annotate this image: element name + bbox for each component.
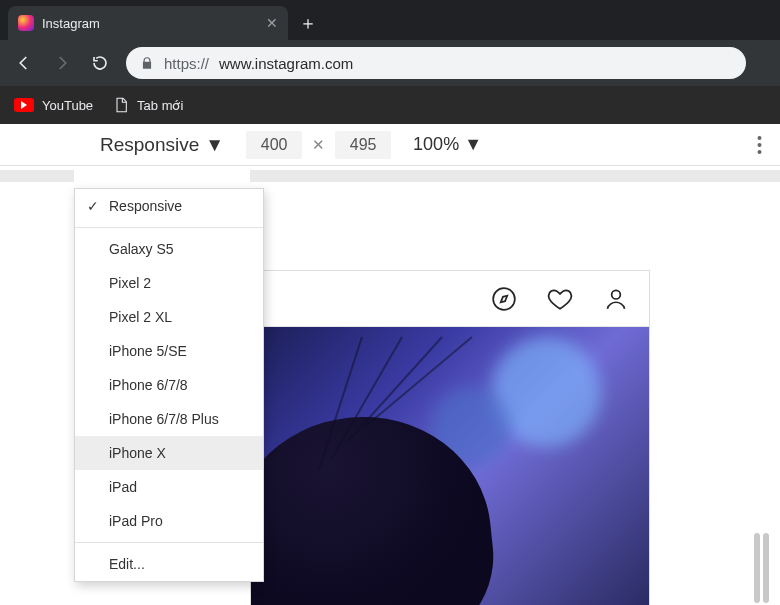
device-frame: [250, 270, 650, 605]
zoom-label: 100%: [413, 134, 459, 155]
device-mode-dropdown: ResponsiveGalaxy S5Pixel 2Pixel 2 XLiPho…: [74, 188, 264, 582]
browser-chrome: Instagram ✕ ＋ https:// www.instagram.com…: [0, 0, 780, 124]
device-option[interactable]: iPhone 6/7/8 Plus: [75, 402, 263, 436]
menu-separator: [75, 227, 263, 228]
height-input[interactable]: [335, 131, 391, 159]
device-dimensions: ✕: [246, 131, 391, 159]
youtube-icon: [14, 98, 34, 112]
browser-tab[interactable]: Instagram ✕: [8, 6, 288, 40]
file-icon: [113, 96, 129, 114]
forward-button[interactable]: [50, 51, 74, 75]
bookmark-youtube[interactable]: YouTube: [14, 98, 93, 113]
instagram-feed-image: [251, 327, 649, 605]
svg-point-0: [758, 136, 762, 140]
instagram-top-nav: [251, 271, 649, 327]
svg-point-1: [758, 143, 762, 147]
device-option[interactable]: iPhone 5/SE: [75, 334, 263, 368]
device-option[interactable]: Pixel 2: [75, 266, 263, 300]
tab-title: Instagram: [42, 16, 258, 31]
device-mode-label: Responsive: [100, 134, 199, 156]
address-bar[interactable]: https:// www.instagram.com: [126, 47, 746, 79]
back-button[interactable]: [12, 51, 36, 75]
device-option[interactable]: iPhone X: [75, 436, 263, 470]
device-option[interactable]: iPad: [75, 470, 263, 504]
menu-separator: [75, 542, 263, 543]
url-host: www.instagram.com: [219, 55, 353, 72]
times-icon: ✕: [312, 136, 325, 154]
svg-point-3: [493, 288, 515, 310]
more-options-button[interactable]: [757, 135, 762, 155]
url-protocol: https://: [164, 55, 209, 72]
chevron-down-icon: ▼: [205, 134, 224, 156]
bookmark-newtab[interactable]: Tab mới: [113, 96, 183, 114]
device-ruler[interactable]: [0, 166, 780, 186]
device-option[interactable]: Galaxy S5: [75, 232, 263, 266]
browser-toolbar: https:// www.instagram.com: [0, 40, 780, 86]
profile-icon[interactable]: [603, 286, 629, 312]
explore-icon[interactable]: [491, 286, 517, 312]
close-tab-icon[interactable]: ✕: [266, 15, 278, 31]
bookmarks-bar: YouTube Tab mới: [0, 86, 780, 124]
vertical-scrollbar[interactable]: [754, 533, 772, 603]
heart-icon[interactable]: [547, 286, 573, 312]
device-toolbar: Responsive ▼ ✕ 100% ▼: [0, 124, 780, 166]
svg-point-2: [758, 150, 762, 154]
zoom-select[interactable]: 100% ▼: [413, 134, 482, 155]
tab-bar: Instagram ✕ ＋: [0, 0, 780, 40]
instagram-favicon-icon: [18, 15, 34, 31]
device-option[interactable]: iPhone 6/7/8: [75, 368, 263, 402]
chevron-down-icon: ▼: [464, 134, 482, 155]
reload-button[interactable]: [88, 51, 112, 75]
bookmark-label: YouTube: [42, 98, 93, 113]
bookmark-label: Tab mới: [137, 98, 183, 113]
width-input[interactable]: [246, 131, 302, 159]
device-option[interactable]: Responsive: [75, 189, 263, 223]
device-mode-select[interactable]: Responsive ▼: [100, 134, 224, 156]
device-option[interactable]: Pixel 2 XL: [75, 300, 263, 334]
device-option[interactable]: iPad Pro: [75, 504, 263, 538]
svg-point-4: [612, 290, 621, 299]
device-edit-option[interactable]: Edit...: [75, 547, 263, 581]
new-tab-button[interactable]: ＋: [294, 9, 322, 37]
lock-icon: [140, 56, 154, 70]
